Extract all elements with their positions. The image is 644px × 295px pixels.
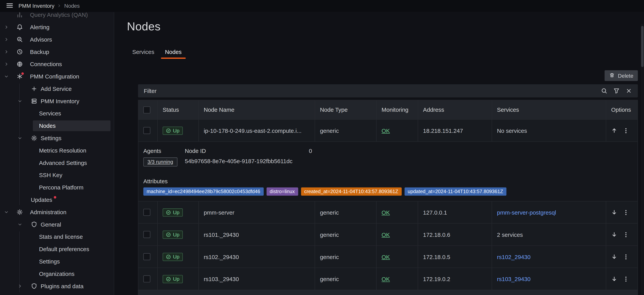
tab-nodes[interactable]: Nodes — [160, 46, 187, 59]
collapse-row-button[interactable] — [611, 127, 617, 134]
check-circle-icon — [166, 210, 171, 215]
sidebar-item-organizations[interactable]: Organizations — [0, 267, 114, 280]
service-link[interactable]: pmm-server-postgresql — [497, 209, 556, 215]
bell-icon — [16, 24, 23, 30]
bars-icon — [16, 12, 23, 18]
expand-row-button[interactable] — [611, 254, 617, 260]
snowflake-icon — [16, 73, 23, 80]
clear-filter-icon[interactable] — [626, 88, 632, 94]
scrollbar-thumb[interactable] — [641, 26, 644, 67]
sidebar-item-backup[interactable]: Backup — [0, 46, 114, 58]
sidebar-item-label: Nodes — [39, 120, 56, 132]
chevron-down-icon — [4, 74, 8, 79]
sidebar-item-query-analytics-qan[interactable]: Query Analytics (QAN) — [0, 12, 114, 21]
services-cell: 2 services — [497, 231, 523, 238]
column-header-node-name: Node Name — [199, 100, 315, 119]
sidebar-item-label: Default preferences — [39, 243, 89, 255]
status-badge-label: Up — [173, 128, 180, 133]
row-checkbox[interactable] — [143, 253, 150, 260]
node-id-value: 54b97658-8e7e-405e-9187-192fbb5611dc — [185, 158, 292, 164]
sidebar-item-default-preferences[interactable]: Default preferences — [0, 243, 114, 255]
row-checkbox[interactable] — [143, 209, 150, 216]
monitoring-status-link[interactable]: OK — [382, 253, 390, 260]
sidebar-item-label: Add Service — [41, 83, 72, 95]
expand-row-button[interactable] — [611, 276, 617, 282]
status-badge: Up — [163, 275, 183, 283]
menu-toggle-button[interactable] — [4, 1, 15, 11]
sidebar-item-connections[interactable]: Connections — [0, 58, 114, 70]
sidebar-item-general[interactable]: General — [0, 218, 114, 231]
chevron-right-icon — [4, 25, 8, 29]
sidebar-item-label: Stats and license — [39, 231, 83, 243]
filter-bar[interactable]: Filter — [138, 84, 638, 97]
row-menu-button[interactable] — [622, 127, 629, 134]
sidebar-item-add-service[interactable]: Add Service — [0, 83, 114, 95]
sidebar-item-metrics-resolution[interactable]: Metrics Resolution — [0, 144, 114, 157]
search-icon[interactable] — [601, 88, 608, 94]
delete-button[interactable]: Delete — [605, 70, 638, 81]
address-cell: 127.0.0.1 — [418, 201, 492, 223]
sidebar-item-settings[interactable]: Settings — [0, 255, 114, 267]
sidebar-item-nodes[interactable]: Nodes — [0, 120, 114, 132]
gear-icon — [31, 135, 37, 141]
delete-button-label: Delete — [618, 73, 634, 79]
agents-count-badge[interactable]: 3/3 running — [143, 157, 177, 166]
chevron-right-icon — [4, 62, 8, 66]
sidebar-item-advanced-settings[interactable]: Advanced Settings — [0, 157, 114, 169]
expand-row-button[interactable] — [611, 231, 617, 238]
service-link[interactable]: rs102_29430 — [497, 253, 530, 260]
search-check-icon — [16, 36, 23, 43]
expand-row-button[interactable] — [611, 209, 617, 215]
status-badge-label: Up — [173, 276, 180, 282]
row-checkbox[interactable] — [143, 275, 150, 282]
top-bar: PMM Inventory Nodes — [0, 0, 644, 12]
check-circle-icon — [166, 276, 171, 281]
node-type-cell: generic — [315, 120, 377, 142]
row-menu-button[interactable] — [622, 209, 629, 215]
inventory-icon — [31, 98, 37, 104]
filter-icon[interactable] — [613, 88, 620, 94]
sidebar-item-pmm-inventory[interactable]: PMM Inventory — [0, 95, 114, 107]
sidebar-item-administration[interactable]: Administration — [0, 206, 114, 218]
detail-count-value: 0 — [309, 148, 312, 154]
sidebar-item-advisors[interactable]: Advisors — [0, 33, 114, 46]
breadcrumb-pmm-inventory[interactable]: PMM Inventory — [18, 3, 54, 9]
select-all-checkbox[interactable] — [143, 106, 150, 113]
page-title: Nodes — [127, 20, 160, 33]
column-header-options: Options — [606, 100, 638, 119]
status-badge-label: Up — [173, 254, 180, 260]
plus-icon — [31, 85, 37, 92]
row-menu-button[interactable] — [622, 253, 629, 260]
node-type-cell: generic — [315, 246, 377, 268]
status-badge: Up — [163, 208, 183, 216]
sidebar-item-settings[interactable]: Settings — [0, 132, 114, 144]
sidebar-item-label: Advisors — [30, 33, 52, 46]
filter-bar-icons — [601, 88, 632, 94]
sidebar-item-label: SSH Key — [39, 169, 62, 181]
node-type-cell: generic — [315, 224, 377, 245]
column-header-monitoring: Monitoring — [377, 100, 418, 119]
sidebar-item-pmm-configuration[interactable]: PMM Configuration — [0, 70, 114, 83]
row-checkbox[interactable] — [143, 127, 150, 134]
monitoring-status-link[interactable]: OK — [382, 231, 390, 238]
attributes-label: Attributes — [143, 178, 168, 185]
sidebar-item-percona-platform[interactable]: Percona Platform — [0, 181, 114, 194]
sidebar-item-alerting[interactable]: Alerting — [0, 21, 114, 33]
sidebar-item-services[interactable]: Services — [0, 107, 114, 120]
service-link[interactable]: rs103_29430 — [497, 276, 530, 282]
monitoring-status-link[interactable]: OK — [382, 209, 390, 215]
sidebar-item-plugins-and-data[interactable]: Plugins and data — [0, 280, 114, 292]
sidebar-item-stats-and-license[interactable]: Stats and license — [0, 231, 114, 243]
monitoring-status-link[interactable]: OK — [382, 276, 390, 282]
tab-services[interactable]: Services — [127, 46, 160, 59]
hamburger-icon — [6, 2, 13, 10]
sidebar-item-updates[interactable]: Updates — [0, 193, 114, 206]
row-menu-button[interactable] — [622, 231, 629, 238]
table-row: Upip-10-178-0-249.us-east-2.compute.i...… — [138, 120, 638, 142]
chevron-down-icon — [4, 210, 8, 214]
sidebar-item-ssh-key[interactable]: SSH Key — [0, 169, 114, 181]
check-circle-icon — [166, 254, 171, 259]
row-checkbox[interactable] — [143, 231, 150, 238]
row-menu-button[interactable] — [622, 276, 629, 282]
monitoring-status-link[interactable]: OK — [382, 127, 390, 134]
